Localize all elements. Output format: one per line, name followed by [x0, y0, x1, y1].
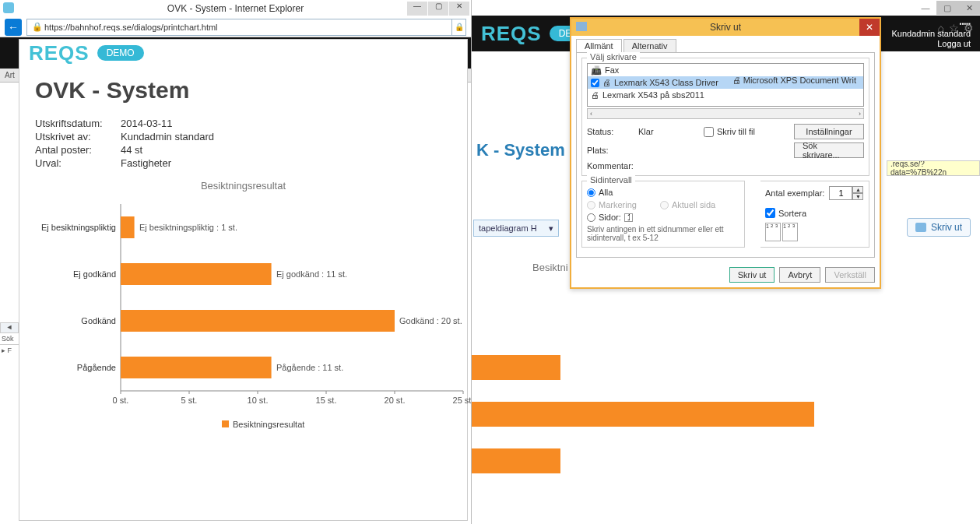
printer-list-scrollbar[interactable]: ‹›	[587, 108, 864, 119]
print-button[interactable]: Skriv ut	[907, 218, 971, 237]
status-label: Status:	[587, 127, 634, 136]
copies-label: Antal exemplar:	[765, 188, 824, 198]
collate-icon: 123 123	[765, 223, 864, 241]
page-range-hint: Skriv antingen in ett sidnummer eller et…	[587, 225, 739, 242]
bar-0	[121, 216, 135, 238]
back-button[interactable]: ←	[5, 19, 22, 36]
home-icon[interactable]: ⌂	[938, 22, 944, 34]
min-button[interactable]: —	[915, 1, 936, 15]
security-status-icon[interactable]: 🔒	[452, 19, 466, 36]
bg-chart-title: Besiktni	[532, 262, 568, 273]
bar-1	[121, 263, 272, 285]
dialog-print-button[interactable]: Skriv ut	[729, 267, 775, 283]
ie-titlebar: OVK - System - Internet Explorer — ▢ ✕	[0, 0, 471, 17]
window-title: OVK - System - Internet Explorer	[167, 3, 304, 14]
svg-text:Godkänd : 20 st.: Godkänd : 20 st.	[399, 316, 462, 325]
bg-page-title: K - System	[476, 140, 565, 160]
print-to-file-checkbox[interactable]: Skriv till fil	[704, 127, 789, 137]
comment-label: Kommentar:	[587, 161, 634, 171]
status-value: Klar	[638, 127, 699, 136]
copies-stepper[interactable]: ▲▼	[829, 186, 863, 200]
brand-logo: REQS	[29, 41, 90, 65]
right-titlebar: — ▢ ✕	[472, 0, 980, 16]
chevron-down-icon: ▾	[549, 223, 553, 234]
settings-button[interactable]: Inställningar	[794, 124, 864, 139]
svg-text:Godkänd: Godkänd	[81, 316, 116, 325]
chart-area: 0 st. 5 st. 10 st. 15 st. 20 st. 25 st.	[35, 196, 451, 430]
svg-text:25 st.: 25 st.	[453, 396, 471, 405]
printer-item-lexmark-sbs[interactable]: 🖨Lexmark X543 på sbs2011	[588, 89, 863, 101]
svg-text:5 st.: 5 st.	[181, 396, 198, 405]
min-button[interactable]: —	[407, 2, 427, 16]
chevron-down-icon[interactable]: ▼	[852, 193, 863, 200]
svg-text:15 st.: 15 st.	[316, 396, 337, 405]
max-button[interactable]: ▢	[428, 2, 448, 16]
chart-title: Besiktningsresultat	[35, 180, 451, 192]
bar-3	[121, 357, 272, 378]
printer-default-checkbox[interactable]	[591, 79, 599, 87]
chart-type-dropdown[interactable]: tapeldiagram H▾	[473, 220, 559, 237]
svg-text:20 st.: 20 st.	[385, 396, 406, 405]
search-label: Sök	[0, 333, 19, 344]
svg-text:Ej godkänd : 11 st.: Ej godkänd : 11 st.	[276, 269, 347, 279]
url-field[interactable]: 🔒 https://bahnhof.reqs.se/dialogs/printc…	[26, 19, 452, 36]
radio-all[interactable]: Alla	[587, 188, 613, 197]
close-button[interactable]: ✕	[958, 1, 980, 15]
dialog-apply-button: Verkställ	[825, 267, 875, 283]
copies-input[interactable]	[829, 186, 852, 200]
group-select-printer: Välj skrivare 📠Fax 🖨Lexmark X543 Class D…	[581, 58, 869, 176]
close-icon[interactable]: ✕	[859, 19, 880, 36]
browser-icons: ⌂ ☆ ⚙	[938, 22, 974, 34]
printer-icon	[576, 22, 587, 31]
bar-2	[121, 310, 395, 332]
svg-text:Ej besiktningspliktig : 1 st.: Ej besiktningspliktig : 1 st.	[139, 223, 237, 232]
printer-list[interactable]: 📠Fax 🖨Lexmark X543 Class Driver 🖨Lexmark…	[587, 63, 864, 107]
ie-favicon	[3, 2, 14, 13]
brand-logo: REQS	[481, 22, 542, 46]
find-printer-button[interactable]: Sök skrivare...	[794, 142, 864, 158]
tab-alternative[interactable]: Alternativ	[623, 39, 676, 52]
svg-text:Ej besiktningspliktig: Ej besiktningspliktig	[41, 223, 116, 232]
printer-item-msxps[interactable]: 🖨 Microsoft XPS Document Writ	[732, 76, 856, 85]
tab-general[interactable]: Allmänt	[576, 39, 622, 52]
gear-icon[interactable]: ⚙	[964, 22, 974, 34]
address-bar: ← 🔒 https://bahnhof.reqs.se/dialogs/prin…	[0, 17, 471, 37]
group-copies: Antal exemplar: ▲▼ Sortera 123 123	[760, 181, 869, 248]
dialog-cancel-button[interactable]: Avbryt	[779, 267, 820, 283]
place-label: Plats:	[587, 146, 634, 155]
dialog-titlebar: Skriv ut ✕	[571, 19, 880, 36]
print-meta: Utskriftsdatum:2014-03-11 Utskrivet av:K…	[35, 118, 451, 169]
max-button[interactable]: ▢	[936, 1, 958, 15]
svg-rect-22	[222, 420, 229, 427]
svg-text:Ej godkänd: Ej godkänd	[73, 269, 116, 279]
bg-chart-bars	[472, 355, 978, 495]
group-page-range: Sidintervall Alla Markering Aktuell sida…	[581, 181, 745, 248]
print-dialog: Skriv ut ✕ Allmänt Alternativ Välj skriv…	[570, 17, 881, 289]
collate-checkbox[interactable]: Sortera	[765, 208, 864, 218]
close-button[interactable]: ✕	[449, 2, 469, 16]
logout-link[interactable]: Logga ut	[891, 39, 971, 49]
svg-text:Besiktningsresultat: Besiktningsresultat	[233, 420, 304, 429]
url-tooltip: .reqs.se/?data=%7B%22n	[887, 160, 980, 176]
printer-item-fax[interactable]: 📠Fax	[588, 64, 863, 76]
pages-input[interactable]	[624, 213, 633, 222]
chevron-right-icon[interactable]: ›	[859, 110, 861, 118]
svg-text:Pågående: Pågående	[77, 363, 116, 372]
page-heading: OVK - System	[35, 77, 451, 104]
radio-current-page: Aktuell sida	[660, 200, 715, 209]
printer-icon	[915, 223, 926, 232]
lock-icon: 🔒	[32, 22, 43, 32]
chevron-left-icon[interactable]: ‹	[590, 110, 592, 118]
svg-text:Pågående : 11 st.: Pågående : 11 st.	[276, 363, 343, 372]
svg-text:0 st.: 0 st.	[113, 396, 129, 405]
radio-selection: Markering	[587, 200, 637, 209]
svg-text:10 st.: 10 st.	[248, 396, 269, 405]
radio-pages[interactable]: Sidor:	[587, 213, 739, 222]
star-icon[interactable]: ☆	[949, 22, 959, 34]
chevron-up-icon[interactable]: ▲	[852, 186, 863, 193]
demo-badge: DEMO	[97, 45, 144, 61]
